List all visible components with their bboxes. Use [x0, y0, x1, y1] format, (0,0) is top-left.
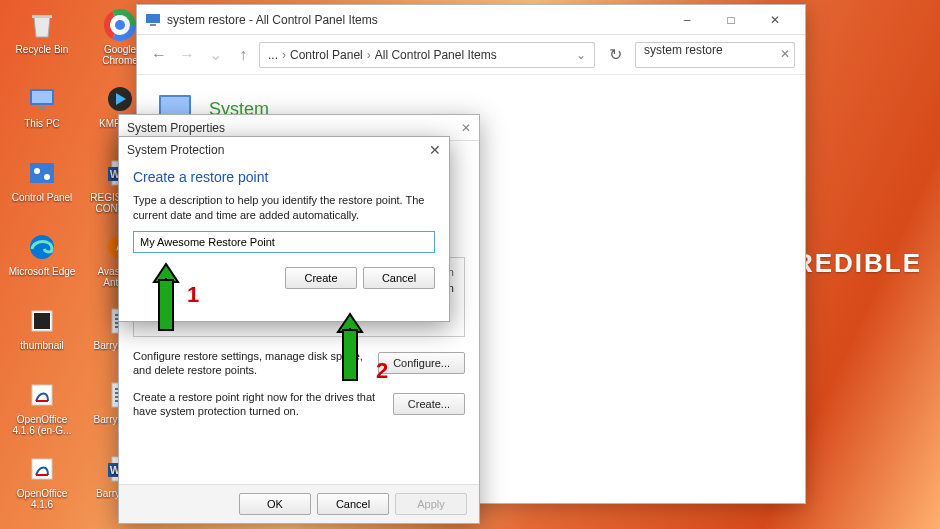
desktop-icon-label: Control Panel — [12, 192, 73, 203]
configure-description: Configure restore settings, manage disk … — [133, 349, 370, 378]
chevron-right-icon: › — [282, 48, 286, 62]
maximize-button[interactable]: □ — [709, 6, 753, 34]
chevron-down-icon[interactable]: ⌄ — [576, 48, 586, 62]
system-properties-title: System Properties — [127, 121, 225, 135]
desktop-icon-recycle-bin[interactable]: Recycle Bin — [6, 6, 78, 78]
desktop-icon-label: OpenOffice 4.1.6 (en-G... — [8, 414, 76, 436]
svg-rect-9 — [30, 163, 54, 183]
desktop-icon-openoffice1[interactable]: OpenOffice 4.1.6 (en-G... — [6, 376, 78, 448]
openoffice-icon — [22, 378, 62, 412]
create-dialog-buttons: Create Cancel — [119, 253, 449, 299]
address-breadcrumb[interactable]: ... › Control Panel › All Control Panel … — [259, 42, 595, 68]
nav-recent-dropdown[interactable]: ⌄ — [203, 43, 227, 67]
chevron-right-icon: › — [367, 48, 371, 62]
edge-icon — [22, 230, 62, 264]
desktop-icon-thumbnail[interactable]: thumbnail — [6, 302, 78, 374]
cancel-button[interactable]: Cancel — [363, 267, 435, 289]
image-file-icon — [22, 304, 62, 338]
create-dialog-description: Type a description to help you identify … — [119, 189, 449, 231]
svg-point-4 — [115, 20, 125, 30]
explorer-title-text: system restore - All Control Panel Items — [167, 13, 378, 27]
close-icon[interactable]: ✕ — [429, 142, 441, 158]
create-dialog-titlebar[interactable]: System Protection ✕ — [119, 137, 449, 163]
desktop-icon-this-pc[interactable]: This PC — [6, 80, 78, 152]
svg-rect-7 — [38, 107, 46, 110]
desktop-icon-label: Recycle Bin — [16, 44, 69, 55]
media-player-icon — [100, 82, 140, 116]
recycle-bin-icon — [22, 8, 62, 42]
nav-forward-button[interactable]: → — [175, 43, 199, 67]
create-dialog-head: System Protection — [127, 143, 224, 157]
explorer-titlebar[interactable]: system restore - All Control Panel Items… — [137, 5, 805, 35]
desktop-icon-edge[interactable]: Microsoft Edge — [6, 228, 78, 300]
openoffice-icon — [22, 452, 62, 486]
monitor-icon — [145, 12, 161, 28]
refresh-button[interactable]: ↻ — [603, 43, 627, 67]
ok-button[interactable]: OK — [239, 493, 311, 515]
desktop-icon-label: thumbnail — [20, 340, 63, 351]
close-button[interactable]: ✕ — [753, 6, 797, 34]
computer-icon — [22, 82, 62, 116]
create-button[interactable]: Create — [285, 267, 357, 289]
breadcrumb-root[interactable]: ... — [268, 48, 278, 62]
cancel-button[interactable]: Cancel — [317, 493, 389, 515]
configure-row: Configure restore settings, manage disk … — [133, 349, 465, 378]
svg-rect-18 — [34, 313, 50, 329]
breadcrumb-all-items[interactable]: All Control Panel Items — [375, 48, 497, 62]
svg-point-10 — [34, 168, 40, 174]
create-row: Create a restore point right now for the… — [133, 390, 465, 419]
nav-up-button[interactable]: ↑ — [231, 43, 255, 67]
search-input-value: system restore — [644, 43, 723, 57]
system-properties-footer: OK Cancel Apply — [119, 484, 479, 523]
nav-back-button[interactable]: ← — [147, 43, 171, 67]
svg-rect-26 — [146, 14, 160, 23]
svg-rect-29 — [161, 97, 189, 115]
close-icon[interactable]: ✕ — [461, 121, 471, 135]
desktop-icon-control-panel[interactable]: Control Panel — [6, 154, 78, 226]
explorer-toolbar: ← → ⌄ ↑ ... › Control Panel › All Contro… — [137, 35, 805, 75]
desktop-icon-label: Microsoft Edge — [9, 266, 76, 277]
chrome-icon — [100, 8, 140, 42]
desktop-icon-label: This PC — [24, 118, 60, 129]
create-restore-point-button[interactable]: Create... — [393, 393, 465, 415]
svg-rect-27 — [150, 24, 156, 26]
configure-button[interactable]: Configure... — [378, 352, 465, 374]
search-box[interactable]: system restore ✕ — [635, 42, 795, 68]
clear-search-button[interactable]: ✕ — [780, 47, 790, 61]
svg-point-11 — [44, 174, 50, 180]
svg-rect-6 — [32, 91, 52, 103]
minimize-button[interactable]: – — [665, 6, 709, 34]
create-description: Create a restore point right now for the… — [133, 390, 385, 419]
breadcrumb-control-panel[interactable]: Control Panel — [290, 48, 363, 62]
desktop-icon-openoffice2[interactable]: OpenOffice 4.1.6 — [6, 450, 78, 522]
restore-point-name-input[interactable] — [133, 231, 435, 253]
create-dialog-title: Create a restore point — [119, 163, 449, 189]
apply-button: Apply — [395, 493, 467, 515]
create-restore-point-dialog: System Protection ✕ Create a restore poi… — [118, 136, 450, 322]
desktop-icon-label: OpenOffice 4.1.6 — [8, 488, 76, 510]
control-panel-icon — [22, 156, 62, 190]
